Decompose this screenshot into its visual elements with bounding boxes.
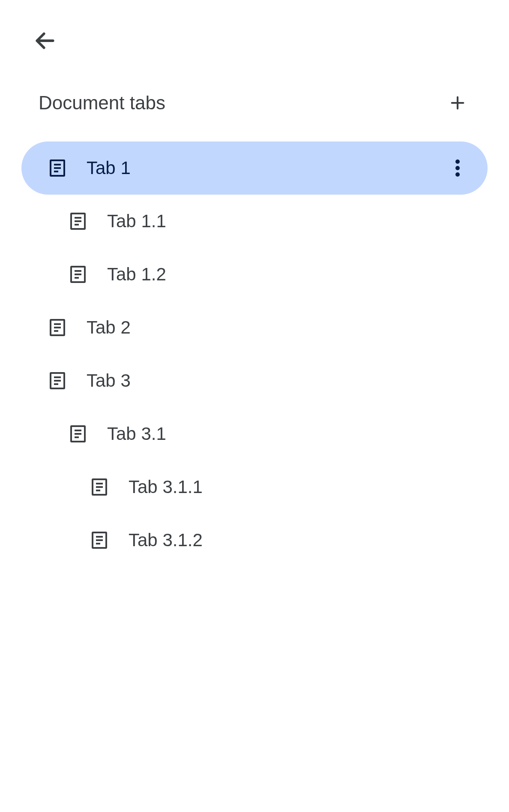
tab-label: Tab 1	[87, 158, 131, 178]
tab-label: Tab 3.1.2	[129, 530, 203, 550]
tab-item-tab-2[interactable]: Tab 2	[21, 301, 488, 354]
document-icon	[47, 317, 68, 338]
tab-label: Tab 3	[87, 370, 131, 391]
tab-item-tab-1-1[interactable]: Tab 1.1	[21, 195, 488, 248]
document-icon	[68, 211, 88, 232]
document-icon	[89, 530, 110, 550]
document-icon	[47, 370, 68, 391]
tab-item-tab-3[interactable]: Tab 3	[21, 354, 488, 407]
document-icon	[68, 264, 88, 285]
document-icon	[68, 424, 88, 444]
add-tab-button[interactable]	[445, 90, 470, 116]
panel-header: Document tabs	[17, 90, 492, 116]
back-button[interactable]	[26, 21, 64, 60]
tab-label: Tab 1.1	[107, 211, 166, 232]
tab-item-tab-3-1-2[interactable]: Tab 3.1.2	[21, 514, 488, 567]
svg-point-4	[455, 159, 460, 164]
svg-point-5	[455, 166, 460, 170]
plus-icon	[449, 94, 466, 111]
tab-item-tab-3-1[interactable]: Tab 3.1	[21, 407, 488, 460]
arrow-left-icon	[33, 29, 57, 53]
tab-list: Tab 1 Tab 1.1	[17, 141, 492, 567]
tab-label: Tab 3.1.1	[129, 477, 203, 497]
tab-label: Tab 1.2	[107, 264, 166, 285]
more-vertical-icon	[455, 159, 460, 177]
tab-item-tab-1-2[interactable]: Tab 1.2	[21, 248, 488, 301]
document-icon	[47, 158, 68, 178]
tab-label: Tab 3.1	[107, 424, 166, 444]
tab-more-button[interactable]	[445, 155, 470, 181]
document-icon	[89, 477, 110, 497]
tab-label: Tab 2	[87, 317, 131, 338]
svg-point-6	[455, 172, 460, 177]
panel-title: Document tabs	[39, 92, 165, 114]
tab-item-tab-3-1-1[interactable]: Tab 3.1.1	[21, 460, 488, 514]
tab-item-tab-1[interactable]: Tab 1	[21, 141, 488, 195]
